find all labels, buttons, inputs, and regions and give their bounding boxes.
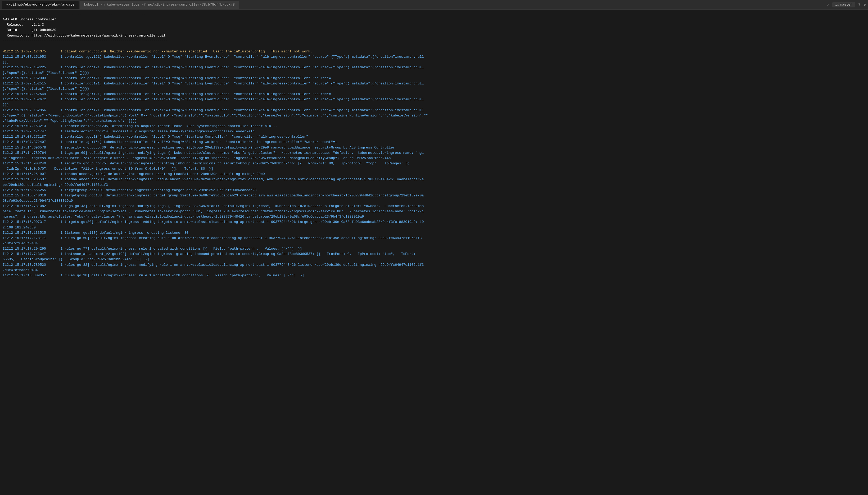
header-line1: AWS ALB Ingress controller (3, 17, 56, 21)
log-line-i22: I1212 15:17:17.178171 1 rules.go:60] def… (3, 236, 422, 240)
log-line-i26: I1212 15:17:18.809357 1 rules.go:98] def… (3, 273, 304, 277)
log-line-w1: W1212 15:17:07.124375 1 client_config.go… (3, 50, 312, 53)
log-line-i3: I1212 15:17:07.152303 1 controller.go:12… (3, 76, 331, 80)
log-line-i14b: CidrIp: "0.0.0.0/0", Description: "Allow… (3, 167, 213, 171)
header-build: Build: git-0db46039 (3, 28, 56, 32)
separator-top: ----------------------------------------… (3, 12, 168, 16)
log-line-i13b: nx-ingress", ingress.k8s.aws/cluster: "e… (3, 156, 391, 160)
tab-2[interactable]: kubectl -n kube-system logs -f po/alb-in… (80, 1, 239, 9)
log-line-i10: I1212 15:17:07.272187 1 controller.go:13… (3, 135, 308, 139)
log-line-i2: I1212 15:17:07.152225 1 controller.go:12… (3, 65, 424, 69)
log-line-i17: I1212 15:17:16.556255 1 targetgroup.go:1… (3, 188, 257, 192)
terminal-content: ----------------------------------------… (0, 10, 868, 495)
branch-icon: ⎇ (835, 3, 839, 7)
terminal-window: ~/github/eks-workshop/eks-fargate kubect… (0, 0, 868, 495)
log-line-i11: I1212 15:17:07.372407 1 controller.go:15… (3, 140, 337, 144)
log-line-i1: I1212 15:17:07.151953 1 controller.go:12… (3, 55, 424, 59)
log-line-i25b: /c8f47cf6ad5f0434 (3, 268, 38, 272)
log-line-i16b: pp/29eb139e-default-nginxingr-29e9/fc649… (3, 183, 108, 187)
log-line-i6: I1212 15:17:07.152672 1 controller.go:12… (3, 98, 424, 101)
log-line-i14: I1212 15:17:14.908240 1 security_group.g… (3, 161, 410, 166)
log-line-i18: I1212 15:17:16.740319 1 targetgroup.go:1… (3, 193, 424, 198)
tab-2-label: kubectl -n kube-system logs -f po/alb-in… (84, 3, 235, 6)
log-line-i12: I1212 15:17:14.696578 1 security_group.g… (3, 146, 395, 150)
help-icon[interactable]: ? (858, 3, 860, 7)
log-line-i5: I1212 15:17:07.152549 1 controller.go:12… (3, 92, 331, 96)
tab-bar-icons: ✓ ⎇ master ? ⊗ (827, 2, 866, 7)
log-line-i16: I1212 15:17:16.285537 1 loadbalancer.go:… (3, 177, 424, 181)
log-line-i7c: ,"kubeProxyVersion":"","operatingSystem"… (3, 119, 137, 123)
log-line-i21: I1212 15:17:17.133535 1 listener.go:110]… (3, 231, 188, 235)
log-line-i7: I1212 15:17:07.152956 1 controller.go:12… (3, 108, 424, 112)
log-line-i6b: }}} (3, 103, 9, 107)
log-line-i22b: /c8f47cf6ad5f0434 (3, 241, 38, 245)
log-line-i20b: 2.168.182.240:80 (3, 225, 36, 229)
tab-bar: ~/github/eks-workshop/eks-fargate kubect… (0, 0, 868, 10)
log-line-i24b: 65535, UserIdGroupPairs: [{ GroupId: "sg… (3, 257, 149, 261)
log-line-i9: I1212 15:17:07.171747 1 leaderelection.g… (3, 130, 255, 133)
log-line-i25: I1212 15:17:18.780520 1 rules.go:82] def… (3, 263, 424, 267)
log-line-i23: I1212 15:17:17.204295 1 rules.go:77] def… (3, 247, 302, 251)
log-line-i19c: ngress", ingress.k8s.aws/cluster: "eks-f… (3, 215, 364, 219)
log-line-i15: I1212 15:17:15.251907 1 loadbalancer.go:… (3, 172, 265, 176)
branch-badge: ⎇ master (832, 2, 855, 7)
log-line-i8: I1212 15:17:07.153213 1 leaderelection.g… (3, 124, 277, 128)
separator-bottom: ----------------------------------------… (3, 39, 168, 43)
log-line-i7b: },"spec":{},"status":{"daemonEndpoints":… (3, 114, 428, 118)
header-release: Release: v1.1.3 (3, 23, 44, 27)
log-line-i24: I1212 15:17:17.713047 1 instance_attachm… (3, 252, 415, 256)
log-line-i1b: }}} (3, 60, 9, 64)
log-line-i18b: 68cfe93c6cabcab23/9b4f3fc1883019a9 (3, 199, 73, 203)
tab-1[interactable]: ~/github/eks-workshop/eks-fargate (2, 1, 79, 9)
close-icon[interactable]: ⊗ (864, 2, 866, 7)
log-line-i13: I1212 15:17:14.789764 1 tags.go:69] defa… (3, 151, 424, 155)
log-line-i4: I1212 15:17:07.152515 1 controller.go:12… (3, 82, 424, 85)
log-line-i20: I1212 15:17:16.907317 1 targets.go:80] d… (3, 220, 424, 224)
header-repo: Repository: https://github.com/kubernete… (3, 34, 166, 38)
log-line-i19: I1212 15:17:16.781082 1 tags.go:43] defa… (3, 204, 424, 208)
log-line-i4b: },"spec":{},"status":{"loadBalancer":{}}… (3, 87, 89, 91)
tab-1-label: ~/github/eks-workshop/eks-fargate (6, 3, 74, 6)
branch-name: master (840, 3, 852, 6)
log-line-i19b: pace: "default", kubernetes.io/service-n… (3, 209, 424, 214)
log-line-i2b: },"spec":{},"status":{"loadBalancer":{}}… (3, 71, 89, 75)
check-icon: ✓ (827, 2, 829, 7)
